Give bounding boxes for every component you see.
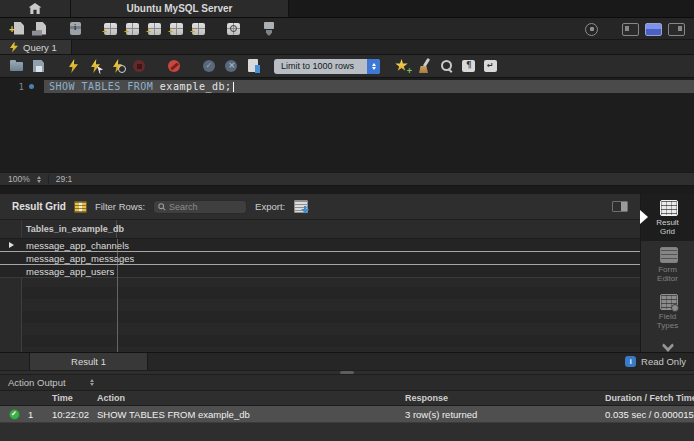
connection-tab[interactable]: Ubuntu MySQL Server [71, 0, 289, 17]
connection-tab-label: Ubuntu MySQL Server [127, 3, 233, 14]
connection-inspector-icon[interactable] [67, 21, 84, 37]
time-column-header[interactable]: Time [52, 393, 97, 403]
action-output-rows: ✓110:22:02SHOW TABLES FROM example_db3 r… [0, 406, 694, 423]
sql-identifier: example_db; [153, 81, 231, 92]
current-row-arrow-icon [9, 242, 14, 248]
toggle-invisible-characters-icon[interactable] [460, 58, 477, 74]
output-selector-stepper-icon[interactable] [90, 379, 94, 386]
sidebar-item-field-types[interactable]: Field Types [641, 288, 694, 335]
read-only-status: i Read Only [625, 356, 694, 367]
find-in-script-icon[interactable] [438, 58, 455, 74]
toggle-stop-on-error-icon[interactable] [166, 58, 183, 74]
action-column-header[interactable]: Action [97, 393, 405, 403]
execute-query-icon[interactable] [65, 58, 82, 74]
action-output-row[interactable]: ✓110:22:02SHOW TABLES FROM example_db3 r… [0, 406, 694, 423]
time-cell[interactable]: 10:22:02 [52, 409, 97, 420]
duration-cell[interactable]: 0.035 sec / 0.000015... [605, 409, 694, 420]
statement-marker-icon [29, 84, 34, 89]
action-cell[interactable]: SHOW TABLES FROM example_db [97, 409, 405, 420]
grid-column-headers: Tables_in_example_db [0, 220, 640, 239]
commit-transaction-icon[interactable] [201, 58, 218, 74]
main-toolbar-left-group [10, 21, 277, 37]
tab-query-1[interactable]: Query 1 [0, 40, 72, 54]
home-icon [29, 3, 42, 14]
read-only-label: Read Only [641, 356, 686, 367]
limit-rows-dropdown[interactable]: Limit to 1000 rows [274, 59, 380, 74]
grid-row[interactable]: message_app_messages [0, 252, 640, 265]
result-grid-title: Result Grid [12, 201, 66, 212]
sidebar-item-label: Field Types [651, 312, 685, 330]
sidebar-more-chevron[interactable] [641, 341, 694, 350]
tab-result-1[interactable]: Result 1 [30, 353, 148, 370]
toggle-autocommit-icon[interactable] [245, 58, 262, 74]
main-toolbar-right-group [583, 21, 684, 37]
create-procedure-icon[interactable] [168, 21, 185, 37]
create-table-icon[interactable] [124, 21, 141, 37]
reconnect-dbms-icon[interactable] [260, 21, 277, 37]
execute-current-statement-icon[interactable] [87, 58, 104, 74]
sql-editor[interactable]: 1 SHOW TABLES FROM example_db; [0, 78, 694, 172]
filter-rows-label: Filter Rows: [95, 201, 145, 212]
active-panel-pointer-icon [640, 210, 648, 224]
query-toolbar: Limit to 1000 rows [0, 55, 694, 78]
lightning-icon [10, 42, 18, 53]
grid-row[interactable]: message_app_channels [0, 239, 640, 252]
toolbar-separator [89, 28, 97, 29]
maximize-panel-icon[interactable] [612, 201, 628, 212]
search-input[interactable] [169, 202, 242, 212]
toggle-left-sidebar-icon[interactable] [622, 23, 638, 35]
dropdown-stepper-icon [367, 59, 380, 74]
result-panel-gap [0, 186, 694, 194]
grid-body[interactable]: message_app_channelsmessage_app_messages… [0, 239, 640, 352]
save-snippet-icon[interactable] [394, 58, 411, 74]
zoom-stepper-icon[interactable] [37, 176, 41, 183]
mysql-workbench-window: Ubuntu MySQL Server Query 1 Limit to 100… [0, 0, 694, 441]
grid-view-icon[interactable] [74, 201, 87, 213]
response-column-header[interactable]: Response [405, 393, 605, 403]
text-caret [233, 82, 234, 92]
new-sql-tab-icon[interactable] [10, 21, 27, 37]
cursor-position: 29:1 [56, 174, 73, 184]
grid-cell[interactable]: message_app_channels [22, 240, 129, 251]
sidebar-item-form-editor[interactable]: Form Editor [641, 241, 694, 288]
toolbar-separator [188, 66, 196, 67]
query-toolbar-right-group [394, 58, 499, 74]
stop-query-icon[interactable] [131, 58, 148, 74]
grid-column-separator[interactable] [117, 239, 118, 352]
info-icon[interactable]: i [625, 356, 636, 367]
open-sql-file-icon[interactable] [32, 21, 49, 37]
toggle-word-wrap-icon[interactable] [482, 58, 499, 74]
result-grid-toolbar: Result Grid Filter Rows: Export: [0, 194, 640, 220]
search-table-data-icon[interactable] [225, 21, 242, 37]
create-function-icon[interactable] [190, 21, 207, 37]
column-header-tables-in-example-db[interactable]: Tables_in_example_db [22, 220, 117, 238]
sql-keyword: SHOW TABLES FROM [49, 81, 153, 92]
current-line[interactable]: SHOW TABLES FROM example_db; [44, 80, 694, 93]
export-recordset-icon[interactable] [293, 200, 309, 214]
toggle-output-area-icon[interactable] [645, 23, 661, 35]
beautify-query-icon[interactable] [416, 58, 433, 74]
grid-row[interactable]: message_app_users [0, 265, 640, 278]
save-script-icon[interactable] [30, 58, 47, 74]
sidebar-item-result-grid[interactable]: Result Grid [641, 194, 694, 241]
sidebar-item-label: Result Grid [651, 218, 685, 236]
search-icon [158, 203, 166, 211]
connection-status-icon[interactable] [583, 21, 600, 37]
create-schema-icon[interactable] [102, 21, 119, 37]
row-index[interactable]: 1 [28, 409, 52, 420]
query-toolbar-left-group [8, 58, 262, 74]
create-view-icon[interactable] [146, 21, 163, 37]
editor-line-1[interactable]: 1 SHOW TABLES FROM example_db; [0, 80, 694, 93]
rollback-transaction-icon[interactable] [223, 58, 240, 74]
result-view-sidebar: Result GridForm EditorField Types [640, 194, 694, 352]
action-output-title: Action Output [8, 377, 66, 388]
filter-search-box[interactable] [153, 200, 247, 214]
toggle-right-sidebar-icon[interactable] [668, 23, 684, 35]
duration-column-header[interactable]: Duration / Fetch Time [605, 393, 694, 403]
response-cell[interactable]: 3 row(s) returned [405, 409, 605, 420]
toolbar-separator [212, 28, 220, 29]
explain-query-icon[interactable] [109, 58, 126, 74]
open-script-icon[interactable] [8, 58, 25, 74]
home-tab[interactable] [0, 0, 71, 17]
grid-cell[interactable]: message_app_users [22, 266, 114, 277]
